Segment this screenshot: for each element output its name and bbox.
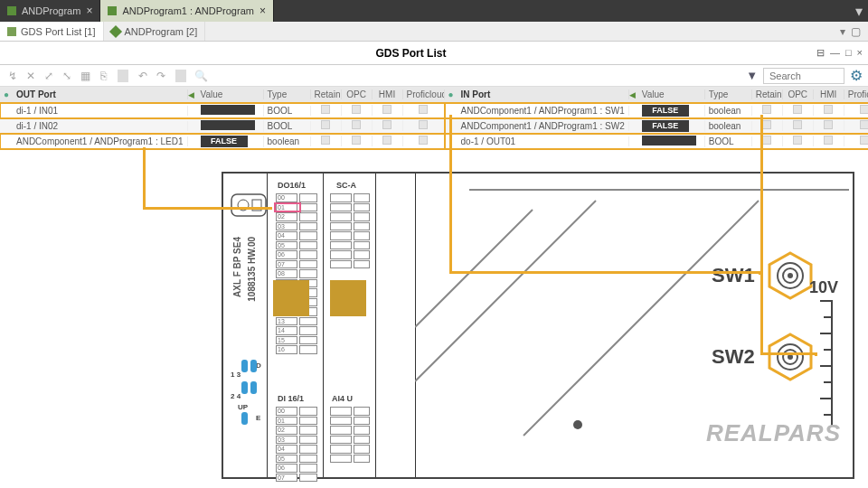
th-proficloud[interactable]: Proficloud — [844, 89, 868, 99]
retain-checkbox[interactable] — [762, 105, 771, 114]
th-opc[interactable]: OPC — [342, 89, 373, 99]
proficloud-checkbox[interactable] — [419, 105, 428, 114]
close-icon[interactable]: × — [259, 5, 266, 17]
port-type: BOOL — [705, 136, 752, 146]
retain-checkbox[interactable] — [762, 136, 771, 145]
maximize-icon[interactable]: □ — [845, 47, 852, 59]
tab-label: ANDProgram — [22, 5, 80, 16]
group-icon[interactable]: ▦ — [78, 69, 92, 83]
settings-icon[interactable]: ⚙ — [850, 67, 863, 84]
program-icon — [108, 24, 121, 37]
out-port-table: ● OUT Port ◀ Value Type Retain OPC HMI P… — [0, 87, 445, 159]
hmi-checkbox[interactable] — [824, 120, 833, 129]
th-in-port[interactable]: IN Port — [458, 89, 629, 99]
svg-line-3 — [415, 210, 533, 327]
table-row[interactable]: do-1 / OUT01BOOL — [445, 134, 868, 149]
hmi-checkbox[interactable] — [382, 136, 392, 145]
toolbar: ↯ ✕ ⤢ ⤡ ▦ ⎘ ↶ ↷ 🔍 ▼ ⚙ — [0, 65, 868, 87]
retain-checkbox[interactable] — [321, 105, 330, 114]
table-row[interactable]: di-1 / IN02BOOL — [0, 118, 445, 134]
port-name: ANDComponent1 / ANDProgram1 : SW2 — [458, 121, 629, 131]
table-row[interactable]: ANDComponent1 / ANDProgram1 : LED1FALSEb… — [0, 134, 445, 149]
retain-checkbox[interactable] — [321, 136, 330, 145]
sub-tab-label: ANDProgram [2] — [125, 26, 198, 37]
tab-overflow-icon[interactable]: ▾ — [850, 0, 868, 22]
in-indicator-icon: ● — [445, 89, 458, 99]
th-value[interactable]: Value — [638, 89, 705, 99]
sw2-knob[interactable] — [766, 333, 815, 381]
minimize-icon[interactable]: ▾ — [840, 25, 845, 38]
sub-tab-andprogram[interactable]: ANDProgram [2] — [104, 22, 206, 41]
proficloud-checkbox[interactable] — [860, 120, 868, 129]
opc-checkbox[interactable] — [793, 120, 802, 129]
table-row[interactable]: ANDComponent1 / ANDProgram1 : SW2FALSEbo… — [445, 118, 868, 134]
hmi-checkbox[interactable] — [382, 120, 392, 129]
th-hmi[interactable]: HMI — [373, 89, 403, 99]
port-name: di-1 / IN02 — [13, 121, 188, 131]
terminal-highlight — [274, 202, 301, 212]
hmi-checkbox[interactable] — [824, 136, 833, 145]
retain-checkbox[interactable] — [321, 120, 330, 129]
th-retain[interactable]: Retain — [752, 89, 783, 99]
th-type[interactable]: Type — [705, 89, 752, 99]
svg-rect-2 — [252, 200, 261, 211]
top-tab-andprogram[interactable]: ANDProgram × — [0, 0, 100, 22]
program-icon — [7, 6, 16, 15]
hmi-checkbox[interactable] — [382, 105, 392, 114]
proficloud-checkbox[interactable] — [860, 136, 868, 145]
connector-icon — [231, 193, 267, 217]
module-label: DO16/1 — [278, 181, 306, 190]
delete-icon[interactable]: ✕ — [24, 69, 38, 83]
module-label: AI4 U — [332, 394, 353, 403]
connect-icon[interactable]: ↯ — [5, 69, 20, 83]
close-icon[interactable]: × — [857, 47, 863, 59]
maximize-icon[interactable]: ▢ — [851, 25, 861, 38]
th-type[interactable]: Type — [264, 89, 311, 99]
th-opc[interactable]: OPC — [783, 89, 814, 99]
opc-checkbox[interactable] — [793, 136, 802, 145]
opc-checkbox[interactable] — [352, 136, 361, 145]
expand-icon[interactable]: ⤢ — [42, 69, 56, 83]
svg-point-7 — [573, 420, 582, 429]
opc-checkbox[interactable] — [352, 105, 361, 114]
copy-icon[interactable]: ⎘ — [96, 69, 110, 83]
proficloud-checkbox[interactable] — [860, 105, 868, 114]
minimize-icon[interactable]: — — [830, 47, 840, 59]
sub-tab-gds-port-list[interactable]: GDS Port List [1] — [0, 22, 104, 41]
top-tab-andprogram1[interactable]: ANDProgram1 : ANDProgram × — [100, 0, 274, 22]
svg-line-5 — [524, 201, 759, 436]
th-out-port[interactable]: OUT Port — [13, 89, 188, 99]
th-proficloud[interactable]: Proficloud — [403, 89, 445, 99]
search-input[interactable] — [763, 68, 844, 84]
filter-icon[interactable]: ▼ — [746, 69, 758, 82]
out-indicator-icon: ● — [0, 89, 13, 99]
opc-checkbox[interactable] — [793, 105, 802, 114]
highlight-block — [273, 280, 309, 316]
terminal-block: 0001020304050607 — [276, 407, 297, 483]
close-icon[interactable]: × — [86, 5, 92, 17]
search-icon[interactable]: 🔍 — [193, 69, 208, 83]
proficloud-checkbox[interactable] — [419, 120, 428, 129]
hmi-checkbox[interactable] — [824, 105, 833, 114]
retain-checkbox[interactable] — [762, 120, 771, 129]
program-icon — [108, 6, 117, 15]
port-value: FALSE — [638, 120, 705, 132]
table-row[interactable]: ANDComponent1 / ANDProgram1 : SW1FALSEbo… — [445, 103, 868, 118]
port-value — [638, 136, 705, 147]
port-name: ANDComponent1 / ANDProgram1 : SW1 — [458, 106, 629, 116]
sw1-knob[interactable] — [766, 251, 815, 300]
th-value[interactable]: Value — [197, 89, 264, 99]
collapse-icon[interactable]: ⤡ — [60, 69, 74, 83]
table-row[interactable]: di-1 / IN01BOOL — [0, 103, 445, 118]
redo-icon[interactable]: ↷ — [154, 69, 168, 83]
module-id-text: AXL F BP SE4 — [232, 237, 242, 297]
proficloud-checkbox[interactable] — [419, 136, 428, 145]
opc-checkbox[interactable] — [352, 120, 361, 129]
sub-tab-bar: GDS Port List [1] ANDProgram [2] ▾ ▢ — [0, 22, 868, 42]
undo-icon[interactable]: ↶ — [136, 69, 150, 83]
module-label: SC-A — [336, 181, 356, 190]
terminal-block — [330, 407, 352, 464]
pin-icon[interactable]: ⊟ — [816, 47, 825, 59]
th-hmi[interactable]: HMI — [814, 89, 844, 99]
th-retain[interactable]: Retain — [311, 89, 342, 99]
